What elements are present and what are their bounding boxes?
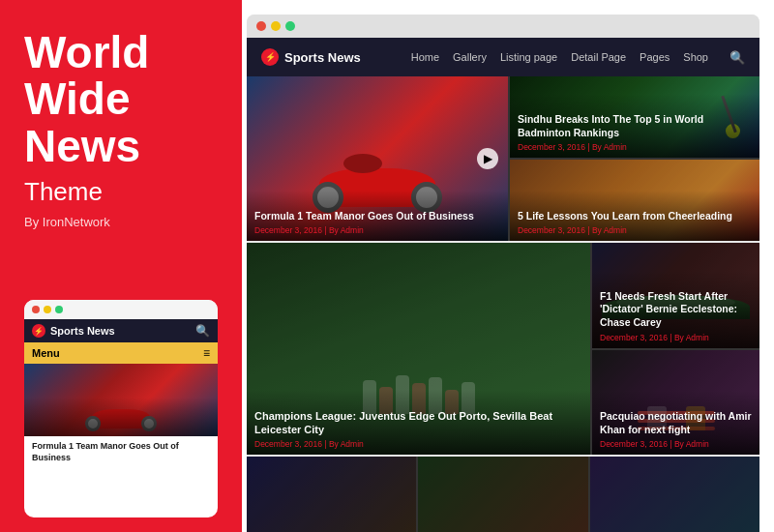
top-cards-row: ▶ Formula 1 Team Manor Goes Out of Busin… (247, 76, 759, 241)
nav-listing[interactable]: Listing page (500, 51, 557, 63)
tennis-card-title: Sindhu Breaks Into The Top 5 in World Ba… (518, 113, 752, 139)
boxing-card-caption: Pacquiao negotiating with Amir Khan for … (592, 391, 759, 455)
featured-card[interactable]: ▶ Formula 1 Team Manor Goes Out of Busin… (247, 76, 508, 241)
mobile-menu-bar[interactable]: Menu ≡ (24, 342, 218, 364)
f1-card-caption: F1 Needs Fresh Start After 'Dictator' Be… (592, 271, 759, 348)
rugby-card-meta: December 3, 2016 | By Admin (254, 439, 582, 449)
side-card-tennis[interactable]: Sindhu Breaks Into The Top 5 in World Ba… (510, 76, 759, 158)
boxing-stack-card[interactable]: Pacquiao negotiating with Amir Khan for … (592, 350, 759, 455)
f1-stack-card[interactable]: F1 Needs Fresh Start After 'Dictator' Be… (592, 243, 759, 347)
nav-detail[interactable]: Detail Page (571, 51, 626, 63)
site-logo-text: Sports News (284, 50, 361, 65)
content-area: ▶ Formula 1 Team Manor Goes Out of Busin… (247, 76, 759, 532)
hero-byline: By IronNetwork (24, 215, 218, 229)
bottom-card-1[interactable] (247, 457, 416, 532)
site-logo-icon: ⚡ (261, 48, 279, 66)
nav-pages[interactable]: Pages (640, 51, 670, 63)
boxing-card-meta: December 3, 2016 | By Admin (600, 439, 752, 449)
mobile-preview-card: ⚡ Sports News 🔍 Menu ≡ Formula 1 Team Ma… (24, 300, 218, 517)
mobile-card-caption: Formula 1 Team Manor Goes Out of Busines… (24, 436, 218, 468)
tennis-card-caption: Sindhu Breaks Into The Top 5 in World Ba… (510, 94, 759, 158)
left-panel: World Wide News Theme By IronNetwork ⚡ S… (0, 0, 242, 532)
nav-shop[interactable]: Shop (683, 51, 708, 63)
mobile-logo: ⚡ Sports News (32, 324, 115, 338)
f1-card-title: F1 Needs Fresh Start After 'Dictator' Be… (600, 290, 752, 330)
mid-cards-row: Champions League: Juventus Edge Out Port… (247, 243, 759, 455)
right-stack-column: F1 Needs Fresh Start After 'Dictator' Be… (592, 243, 759, 455)
bottom-cards-row (247, 457, 759, 532)
bottom-card-1-overlay (247, 457, 416, 532)
browser-dot-maximize[interactable] (285, 21, 295, 31)
mobile-menu-label: Menu (32, 347, 60, 359)
browser-chrome (247, 15, 759, 38)
mobile-search-icon: 🔍 (195, 324, 210, 338)
featured-card-title: Formula 1 Team Manor Goes Out of Busines… (254, 210, 500, 223)
next-slide-button[interactable]: ▶ (477, 148, 498, 169)
f1-card-meta: December 3, 2016 | By Admin (600, 333, 752, 342)
bottom-card-3-overlay (590, 457, 759, 532)
browser-dot-minimize[interactable] (271, 21, 281, 31)
mobile-dot-yellow (44, 306, 51, 313)
side-cards-column: Sindhu Breaks Into The Top 5 in World Ba… (510, 76, 759, 241)
mobile-image-overlay (24, 398, 218, 436)
mobile-nav-header: ⚡ Sports News 🔍 (24, 319, 218, 342)
nav-links: Home Gallery Listing page Detail Page Pa… (411, 50, 745, 65)
boxing-card-title: Pacquiao negotiating with Amir Khan for … (600, 410, 752, 436)
bottom-card-2[interactable] (418, 457, 587, 532)
featured-card-caption: Formula 1 Team Manor Goes Out of Busines… (247, 191, 508, 242)
mobile-featured-image (24, 364, 218, 436)
nav-home[interactable]: Home (411, 51, 439, 63)
rugby-card[interactable]: Champions League: Juventus Edge Out Port… (247, 243, 590, 455)
mobile-hamburger-icon: ≡ (203, 346, 210, 360)
site-logo: ⚡ Sports News (261, 48, 361, 66)
nav-search-icon[interactable]: 🔍 (729, 50, 745, 65)
browser-window: ⚡ Sports News Home Gallery Listing page … (247, 15, 759, 532)
cheer-card-title: 5 Life Lessons You Learn from Cheerleadi… (518, 210, 752, 223)
rugby-card-title: Champions League: Juventus Edge Out Port… (254, 409, 582, 437)
hero-subtitle: Theme (24, 177, 218, 207)
mobile-dots (24, 300, 218, 319)
rugby-card-caption: Champions League: Juventus Edge Out Port… (247, 390, 590, 456)
mobile-dot-green (55, 306, 63, 313)
mobile-dot-red (32, 306, 40, 313)
tennis-card-meta: December 3, 2016 | By Admin (518, 142, 752, 152)
site-navigation: ⚡ Sports News Home Gallery Listing page … (247, 38, 759, 76)
side-card-cheer[interactable]: 5 Life Lessons You Learn from Cheerleadi… (510, 160, 759, 241)
featured-card-meta: December 3, 2016 | By Admin (254, 225, 500, 235)
cheer-card-meta: December 3, 2016 | By Admin (518, 225, 752, 235)
browser-dot-close[interactable] (256, 21, 266, 31)
mobile-logo-icon: ⚡ (32, 324, 45, 338)
cheer-card-caption: 5 Life Lessons You Learn from Cheerleadi… (510, 191, 759, 242)
bottom-card-3[interactable] (590, 457, 759, 532)
hero-title: World Wide News (24, 29, 218, 169)
bottom-card-2-overlay (418, 457, 587, 532)
nav-gallery[interactable]: Gallery (453, 51, 487, 63)
